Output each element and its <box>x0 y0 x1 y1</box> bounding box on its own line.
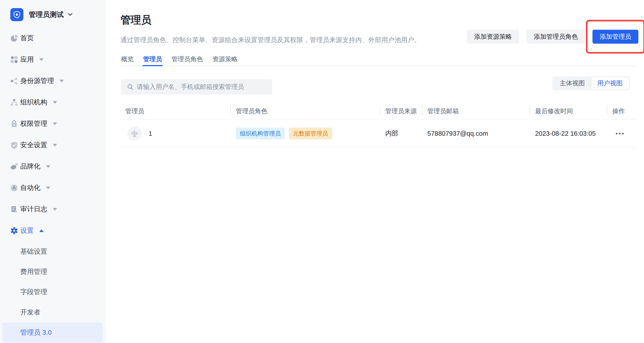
chevron-down-icon <box>46 186 50 189</box>
role-tag: 元数据管理员 <box>289 128 332 139</box>
sidebar-item-automation[interactable]: 自动化 <box>0 177 106 198</box>
lock-icon <box>10 120 20 128</box>
settings-submenu: 基础设置 费用管理 字段管理 开发者 管理员 3.0 <box>0 241 106 342</box>
column-header-actions: 操作 <box>607 107 637 116</box>
apps-icon <box>10 56 20 64</box>
sidebar-item-security[interactable]: 安全设置 <box>0 134 106 156</box>
gear-icon <box>10 227 20 235</box>
audit-log-icon <box>10 205 20 213</box>
workspace-name: 管理员测试 <box>29 10 64 19</box>
submenu-item-label: 管理员 3.0 <box>20 328 52 337</box>
cell-roles: 组织机构管理员 元数据管理员 <box>230 128 380 139</box>
sidebar-item-permissions[interactable]: 权限管理 <box>0 113 106 134</box>
search-input[interactable] <box>137 83 266 90</box>
chevron-down-icon <box>53 208 57 211</box>
view-toggle: 主体视图 用户视图 <box>552 76 630 90</box>
sidebar-item-label: 审计日志 <box>20 204 47 214</box>
column-header-admin-email: 管理员邮箱 <box>422 107 530 116</box>
sidebar-item-label: 应用 <box>20 55 34 64</box>
submenu-item-label: 基础设置 <box>20 247 47 256</box>
tab-resource-policies[interactable]: 资源策略 <box>212 54 238 66</box>
cell-actions <box>607 130 637 136</box>
table-header-row: 管理员 管理员角色 管理员来源 管理员邮箱 最后修改时间 操作 <box>120 103 637 120</box>
sidebar-item-basic-settings[interactable]: 基础设置 <box>2 241 102 262</box>
sidebar-item-developers[interactable]: 开发者 <box>2 302 102 322</box>
sidebar-item-organization[interactable]: 组织机构 <box>0 92 106 113</box>
chevron-down-icon <box>60 80 64 82</box>
brush-icon <box>10 162 20 170</box>
search-icon <box>127 84 134 90</box>
cell-email: 578807937@qq.com <box>422 130 530 137</box>
column-header-modified-time: 最后修改时间 <box>530 107 607 116</box>
page-description: 通过管理员角色、控制台菜单、资源组合来设置管理员及其权限，管理员来源支持内、外部… <box>120 36 420 44</box>
sidebar-item-admin-3-0[interactable]: 管理员 3.0 <box>2 322 102 342</box>
sidebar-item-label: 首页 <box>20 34 34 43</box>
chevron-down-icon <box>53 122 57 125</box>
role-tag: 组织机构管理员 <box>236 128 285 139</box>
tab-admin-roles[interactable]: 管理员角色 <box>171 54 204 66</box>
sidebar-item-home[interactable]: 首页 <box>0 28 106 49</box>
sidebar-menu: 首页 应用 <box>0 28 106 342</box>
sidebar-item-billing[interactable]: 费用管理 <box>2 262 102 282</box>
robot-avatar-icon <box>127 126 142 141</box>
sidebar-item-branding[interactable]: 品牌化 <box>0 156 106 177</box>
more-actions-icon[interactable] <box>616 130 637 136</box>
sidebar-item-identity-sources[interactable]: 身份源管理 <box>0 70 106 92</box>
sidebar-item-label: 品牌化 <box>20 162 40 171</box>
cell-modified-time: 2023-08-22 16:03:05 <box>530 130 607 137</box>
sidebar-item-fields[interactable]: 字段管理 <box>2 282 102 302</box>
chevron-down-icon <box>46 165 50 168</box>
table-row[interactable]: 1 组织机构管理员 元数据管理员 内部 578807937@qq.com 202… <box>120 120 637 148</box>
tab-bar: 概览 管理员 管理员角色 资源策略 <box>120 54 637 66</box>
add-admin-button[interactable]: 添加管理员 <box>592 30 638 44</box>
page-title: 管理员 <box>120 13 152 27</box>
share-icon <box>10 77 20 85</box>
add-resource-policy-button[interactable]: 添加资源策略 <box>467 30 519 44</box>
annotation-highlight-box: 添加管理员 <box>586 20 644 54</box>
tab-overview[interactable]: 概览 <box>120 54 134 66</box>
sidebar-item-settings[interactable]: 设置 <box>0 220 106 241</box>
chevron-down-icon <box>53 101 57 104</box>
column-header-admin-source: 管理员来源 <box>380 107 422 116</box>
admin-name: 1 <box>148 130 152 137</box>
sidebar-item-label: 组织机构 <box>20 98 47 107</box>
view-toggle-user[interactable]: 用户视图 <box>591 78 629 89</box>
chevron-up-icon <box>39 229 44 232</box>
submenu-item-label: 字段管理 <box>20 288 47 297</box>
cell-admin: 1 <box>120 126 230 141</box>
submenu-item-label: 开发者 <box>20 308 40 317</box>
cell-source: 内部 <box>380 129 422 138</box>
brand-logo-icon <box>10 8 24 21</box>
sidebar-item-label: 身份源管理 <box>20 76 54 86</box>
app-root: 管理员测试 首页 <box>0 0 644 343</box>
add-admin-role-button[interactable]: 添加管理员角色 <box>526 30 585 44</box>
shield-check-icon <box>10 141 20 149</box>
admins-table: 管理员 管理员角色 管理员来源 管理员邮箱 最后修改时间 操作 <box>120 103 637 148</box>
column-header-admin-role: 管理员角色 <box>230 107 380 116</box>
automation-icon <box>10 184 20 192</box>
view-toggle-subject[interactable]: 主体视图 <box>554 78 591 89</box>
org-tree-icon <box>10 98 20 106</box>
main-content: 管理员 通过管理员角色、控制台菜单、资源组合来设置管理员及其权限，管理员来源支持… <box>106 0 644 343</box>
header-actions: 添加资源策略 添加管理员角色 添加管理员 <box>467 20 638 54</box>
submenu-item-label: 费用管理 <box>20 267 47 276</box>
tab-admins[interactable]: 管理员 <box>142 54 163 66</box>
chevron-down-icon <box>53 144 57 146</box>
sidebar-item-audit-logs[interactable]: 审计日志 <box>0 198 106 220</box>
pie-chart-icon <box>10 34 20 42</box>
sidebar: 管理员测试 首页 <box>0 0 106 343</box>
sidebar-item-label: 安全设置 <box>20 140 47 150</box>
chevron-down-icon <box>39 58 44 61</box>
sidebar-item-label: 设置 <box>20 226 34 235</box>
search-box[interactable] <box>121 79 272 94</box>
sidebar-item-label: 权限管理 <box>20 119 47 128</box>
workspace-switcher[interactable]: 管理员测试 <box>10 8 106 21</box>
column-header-admin: 管理员 <box>120 107 230 116</box>
sidebar-item-label: 自动化 <box>20 183 40 192</box>
chevron-down-icon <box>68 13 73 16</box>
sidebar-item-apps[interactable]: 应用 <box>0 49 106 70</box>
